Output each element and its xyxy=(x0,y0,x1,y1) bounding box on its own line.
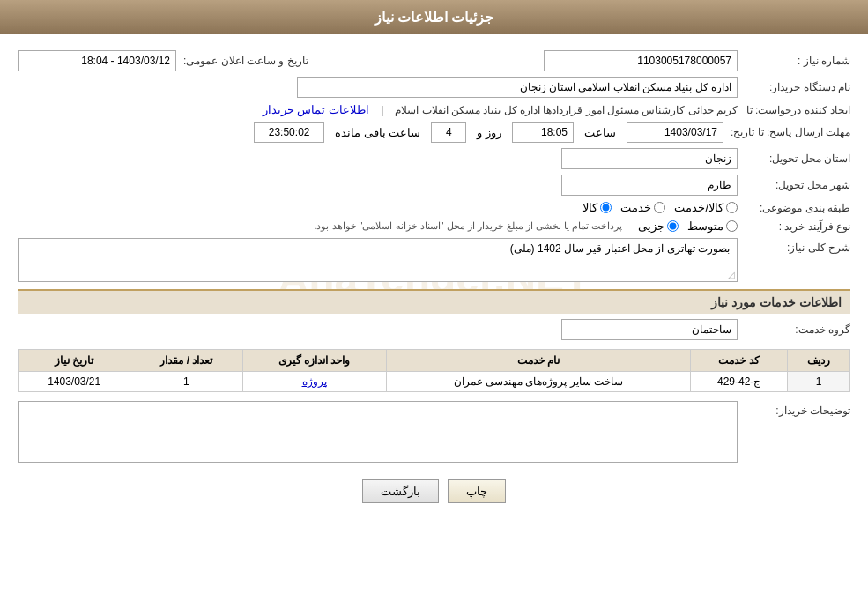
category-radio-khedmat[interactable]: خدمت xyxy=(620,201,665,214)
resize-handle: ◿ xyxy=(728,270,735,279)
buyer-org-input[interactable] xyxy=(297,77,738,98)
description-row: شرح کلی نیاز: بصورت تهاتری از محل اعتبار… xyxy=(18,238,850,282)
print-button[interactable]: چاپ xyxy=(448,479,506,503)
description-box: بصورت تهاتری از محل اعتبار قیر سال 1402 … xyxy=(18,238,738,282)
page-title: جزئیات اطلاعات نیاز xyxy=(375,10,494,25)
reply-date-row: مهلت ارسال پاسخ: تا تاریخ: ساعت روز و سا… xyxy=(18,122,850,143)
category-row: طبقه بندی موضوعی: کالا/خدمت خدمت کالا xyxy=(18,201,850,214)
province-row: استان محل تحویل: xyxy=(18,148,850,169)
col-row-num: ردیف xyxy=(787,350,849,372)
city-row: شهر محل تحویل: xyxy=(18,175,850,196)
col-date: تاریخ نیاز xyxy=(19,350,130,372)
radio-kala[interactable] xyxy=(600,202,612,213)
radio-khedmat[interactable] xyxy=(654,202,665,213)
province-input[interactable] xyxy=(561,148,738,169)
process-row: نوع فرآیند خرید : متوسط جزیی پرداخت تمام… xyxy=(18,219,850,233)
process-radio-partial[interactable]: جزیی xyxy=(638,219,679,233)
cell-service-name: ساخت سایر پروژه‌های مهندسی عمران xyxy=(386,372,691,392)
city-input[interactable] xyxy=(561,175,738,196)
radio-kala-label: کالا xyxy=(582,201,597,214)
need-number-row: شماره نیاز : تاریخ و ساعت اعلان عمومی: xyxy=(18,50,850,71)
services-section-header: اطلاعات خدمات مورد نیاز xyxy=(18,289,850,314)
table-header-row: ردیف کد خدمت نام خدمت واحد اندازه گیری ت… xyxy=(19,350,850,372)
remaining-label: ساعت باقی مانده xyxy=(335,126,420,139)
radio-partial[interactable] xyxy=(667,220,679,232)
radio-khedmat-label: خدمت xyxy=(620,201,651,214)
table-row: 1 ج-42-429 ساخت سایر پروژه‌های مهندسی عم… xyxy=(19,372,850,392)
creator-value: کریم خدائی کارشناس مسئول امور قراردادها … xyxy=(395,104,738,116)
cell-date: 1403/03/21 xyxy=(19,372,130,392)
process-label: نوع فرآیند خرید : xyxy=(745,220,850,233)
services-header-text: اطلاعات خدمات مورد نیاز xyxy=(711,295,842,309)
back-button[interactable]: بازگشت xyxy=(362,479,439,503)
buyer-org-row: نام دستگاه خریدار: xyxy=(18,77,850,98)
process-note: پرداخت تمام یا بخشی از مبلغ خریدار از مح… xyxy=(314,220,622,232)
button-group: چاپ بازگشت xyxy=(18,471,850,512)
col-count: تعداد / مقدار xyxy=(130,350,242,372)
cell-row-num: 1 xyxy=(787,372,849,392)
buyer-org-label: نام دستگاه خریدار: xyxy=(745,81,850,93)
service-group-row: گروه خدمت: xyxy=(18,319,850,340)
category-radio-group: کالا/خدمت خدمت کالا xyxy=(582,201,738,214)
cell-unit: پروژه xyxy=(242,372,386,392)
need-number-label: شماره نیاز : xyxy=(745,55,850,67)
reply-days-input[interactable] xyxy=(431,122,466,143)
buyer-notes-container xyxy=(18,401,738,465)
announcement-date-label: تاریخ و ساعت اعلان عمومی: xyxy=(183,55,308,67)
remaining-time-input[interactable] xyxy=(254,122,324,143)
cell-service-code: ج-42-429 xyxy=(691,372,788,392)
reply-date-input[interactable] xyxy=(627,122,723,143)
province-label: استان محل تحویل: xyxy=(745,152,850,165)
description-label: شرح کلی نیاز: xyxy=(745,241,850,254)
col-unit: واحد اندازه گیری xyxy=(242,350,386,372)
service-group-label: گروه خدمت: xyxy=(745,323,850,336)
reply-time-input[interactable] xyxy=(512,122,574,143)
service-group-input[interactable] xyxy=(561,319,738,340)
category-label: طبقه بندی موضوعی: xyxy=(745,202,850,214)
radio-medium[interactable] xyxy=(726,220,738,232)
buyer-notes-label: توضیحات خریدار: xyxy=(745,405,850,417)
category-radio-kala[interactable]: کالا xyxy=(582,201,612,214)
description-value: بصورت تهاتری از محل اعتبار قیر سال 1402 … xyxy=(510,242,730,255)
page-container: جزئیات اطلاعات نیاز AnaTender.NET شماره … xyxy=(0,0,868,609)
announcement-date-input[interactable] xyxy=(18,50,176,71)
category-radio-kala-khedmat[interactable]: کالا/خدمت xyxy=(674,201,738,214)
unit-link[interactable]: پروژه xyxy=(302,375,327,388)
services-table: ردیف کد خدمت نام خدمت واحد اندازه گیری ت… xyxy=(18,349,850,392)
creator-label: ایجاد کننده درخواست: تا xyxy=(745,104,850,116)
creator-contact-link[interactable]: اطلاعات تماس خریدار xyxy=(263,103,369,116)
process-radio-group: متوسط جزیی xyxy=(638,219,738,233)
need-number-input[interactable] xyxy=(544,50,738,71)
content-area: AnaTender.NET شماره نیاز : تاریخ و ساعت … xyxy=(0,34,868,521)
col-service-code: کد خدمت xyxy=(691,350,788,372)
page-header: جزئیات اطلاعات نیاز xyxy=(0,0,868,34)
reply-date-label: مهلت ارسال پاسخ: تا تاریخ: xyxy=(731,126,850,138)
radio-kala-khedmat[interactable] xyxy=(726,202,738,213)
col-service-name: نام خدمت xyxy=(386,350,691,372)
city-label: شهر محل تحویل: xyxy=(745,179,850,191)
radio-kala-khedmat-label: کالا/خدمت xyxy=(674,201,723,214)
services-table-section: ردیف کد خدمت نام خدمت واحد اندازه گیری ت… xyxy=(18,349,850,392)
reply-time-label: ساعت xyxy=(584,126,616,139)
creator-row: ایجاد کننده درخواست: تا کریم خدائی کارشن… xyxy=(18,103,850,116)
content-wrapper: شماره نیاز : تاریخ و ساعت اعلان عمومی: ن… xyxy=(18,50,850,512)
radio-partial-label: جزیی xyxy=(638,219,664,233)
cell-count: 1 xyxy=(130,372,242,392)
radio-medium-label: متوسط xyxy=(687,219,723,233)
buyer-notes-row: توضیحات خریدار: xyxy=(18,401,850,465)
buyer-notes-textarea[interactable] xyxy=(18,401,738,463)
process-radio-medium[interactable]: متوسط xyxy=(687,219,738,233)
reply-days-label: روز و xyxy=(477,126,501,139)
